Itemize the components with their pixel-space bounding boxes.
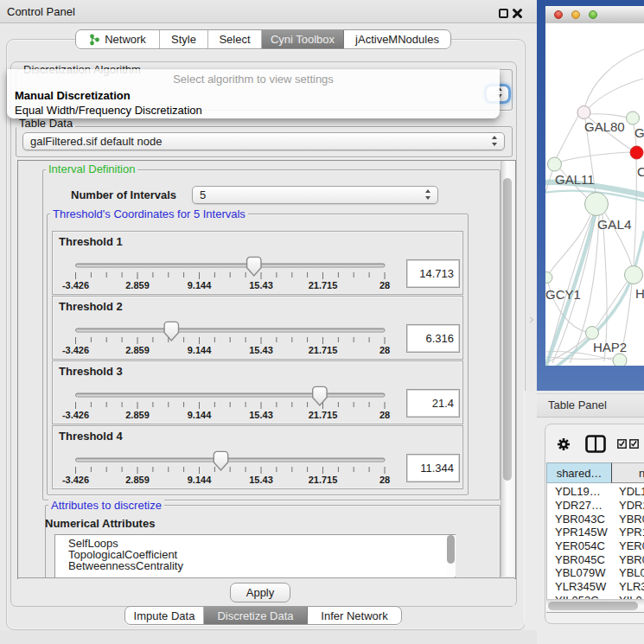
- svg-text:15.43: 15.43: [249, 345, 273, 355]
- svg-text:HAP2: HAP2: [593, 340, 627, 354]
- svg-text:15.43: 15.43: [249, 410, 273, 420]
- svg-text:28: 28: [379, 475, 390, 485]
- svg-text:2.859: 2.859: [125, 475, 150, 485]
- svg-text:9.144: 9.144: [188, 345, 212, 355]
- svg-text:GAL: GAL: [634, 125, 644, 140]
- svg-text:21.715: 21.715: [309, 475, 338, 485]
- svg-text:15.43: 15.43: [249, 280, 273, 290]
- svg-text:-3.426: -3.426: [62, 475, 89, 485]
- svg-text:2.859: 2.859: [125, 345, 150, 355]
- svg-text:28: 28: [379, 410, 390, 420]
- svg-text:28: 28: [379, 345, 390, 355]
- svg-text:2.859: 2.859: [125, 410, 150, 420]
- svg-text:9.144: 9.144: [188, 475, 212, 485]
- svg-text:21.715: 21.715: [309, 345, 338, 355]
- svg-text:15.43: 15.43: [249, 475, 273, 485]
- svg-text:28: 28: [379, 280, 390, 290]
- svg-text:GAL4: GAL4: [597, 217, 632, 232]
- svg-text:-3.426: -3.426: [62, 280, 89, 290]
- svg-text:9.144: 9.144: [188, 280, 212, 290]
- svg-text:C: C: [637, 164, 644, 179]
- svg-text:21.715: 21.715: [309, 280, 338, 290]
- svg-text:GAL80: GAL80: [584, 119, 625, 134]
- svg-text:21.715: 21.715: [309, 410, 338, 420]
- svg-text:2.859: 2.859: [125, 280, 150, 290]
- svg-text:H: H: [635, 286, 644, 301]
- svg-text:-3.426: -3.426: [62, 345, 89, 355]
- svg-text:-3.426: -3.426: [62, 410, 89, 420]
- svg-text:GCY1: GCY1: [545, 287, 581, 302]
- svg-text:GAL11: GAL11: [555, 172, 595, 187]
- svg-text:9.144: 9.144: [188, 410, 212, 420]
